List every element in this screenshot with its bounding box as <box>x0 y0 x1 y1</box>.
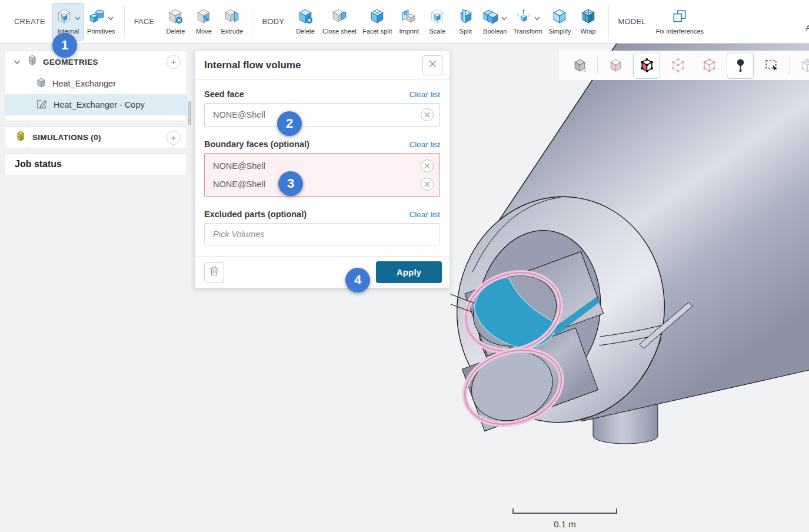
simplify-icon <box>551 8 568 27</box>
seed-face-label: Seed face <box>204 89 409 99</box>
scale-icon <box>429 8 445 27</box>
apply-button[interactable]: Apply <box>376 261 442 283</box>
face-extrude-icon <box>224 8 240 27</box>
tool-wrap[interactable]: Wrap <box>574 3 602 41</box>
toolbar-separator <box>597 56 598 74</box>
tool-face-delete[interactable]: Delete <box>161 3 189 41</box>
wrap-icon <box>580 8 597 27</box>
edit-icon <box>36 98 48 112</box>
toolbar-overflow-label: A <box>805 24 809 32</box>
select-edge-icon[interactable] <box>664 52 691 79</box>
trash-icon <box>209 266 219 278</box>
tool-split[interactable]: Split <box>451 3 480 41</box>
probe-point-icon[interactable] <box>727 52 754 79</box>
tool-imprint[interactable]: Imprint <box>395 3 423 41</box>
toolbar-separator <box>252 5 252 38</box>
delete-operation-button[interactable] <box>204 262 224 282</box>
simulations-icon <box>15 131 26 145</box>
boundary-face-row[interactable]: NONE@Shell <box>205 175 440 193</box>
remove-seed-face-button[interactable] <box>421 108 434 121</box>
tool-primitives[interactable]: Primitives <box>84 3 118 41</box>
section-label-model: MODEL <box>618 17 646 26</box>
toolbar-separator <box>608 5 609 38</box>
remove-icon <box>424 109 430 120</box>
close-dialog-button[interactable] <box>422 55 442 75</box>
select-face-icon[interactable] <box>633 52 660 79</box>
transform-icon <box>515 8 532 27</box>
fix-interferences-icon <box>671 8 688 27</box>
section-label-face: FACE <box>134 17 155 26</box>
split-icon <box>457 8 474 27</box>
tool-scale[interactable]: Scale <box>423 3 451 41</box>
primitives-icon <box>89 8 105 27</box>
seed-face-clear-link[interactable]: Clear list <box>409 90 440 99</box>
geometry-item-label: Heat_Exchanger <box>52 79 116 88</box>
excluded-parts-input[interactable] <box>204 223 440 245</box>
geometry-item-label: Heat_Exchanger - Copy <box>54 100 145 109</box>
add-simulation-button[interactable]: + <box>167 131 181 145</box>
internal-volume-icon <box>56 8 72 27</box>
step-badge-1: 1 <box>52 33 77 58</box>
sidebar-item-heat-exchanger-copy[interactable]: Heat_Exchanger - Copy <box>5 94 187 115</box>
step-badge-4: 4 <box>345 268 370 292</box>
sidebar-item-heat-exchanger[interactable]: Heat_Exchanger <box>5 73 187 94</box>
boundary-face-row[interactable]: NONE@Shell <box>205 157 440 175</box>
chevron-down-icon[interactable] <box>14 56 21 67</box>
remove-icon <box>424 179 430 189</box>
select-body-icon[interactable] <box>566 52 593 79</box>
remove-boundary-face-button[interactable] <box>421 178 434 191</box>
internal-flow-volume-dialog: Internal flow volume Seed face Clear lis… <box>194 50 450 288</box>
tool-body-delete[interactable]: Delete <box>291 3 319 41</box>
excluded-parts-clear-link[interactable]: Clear list <box>409 210 440 219</box>
select-vertex-icon[interactable] <box>695 52 723 79</box>
step-badge-2: 2 <box>277 111 302 136</box>
tool-transform[interactable]: Transform <box>510 3 545 41</box>
boundary-faces-clear-link[interactable]: Clear list <box>409 140 440 149</box>
tool-face-move[interactable]: Move <box>189 3 218 41</box>
selection-mode-toolbar <box>559 51 809 80</box>
remove-icon <box>424 161 430 171</box>
step-badge-3: 3 <box>278 171 303 196</box>
geometries-icon <box>26 55 38 69</box>
main-toolbar: CREATE Internal Primitives FACE Delete M… <box>0 0 809 44</box>
boundary-faces-list: NONE@Shell NONE@Shell <box>204 153 440 197</box>
boolean-icon <box>482 8 499 27</box>
chevron-down-icon <box>534 12 540 23</box>
facet-split-icon <box>369 8 385 27</box>
scale-bar-label: 0.1 m <box>512 519 617 529</box>
seed-face-value: NONE@Shell <box>213 110 421 119</box>
tool-simplify[interactable]: Simplify <box>545 3 574 41</box>
tool-facet-split[interactable]: Facet split <box>359 3 395 41</box>
boundary-face-value: NONE@Shell <box>213 161 421 171</box>
chevron-down-icon <box>108 12 114 23</box>
section-label-body: BODY <box>262 17 284 26</box>
chevron-down-icon <box>501 12 507 23</box>
boundary-faces-label: Boundary faces (optional) <box>204 139 409 149</box>
tool-fix-interferences[interactable]: Fix interferences <box>653 3 707 41</box>
job-status-label: Job status <box>15 159 62 169</box>
select-assembly-icon[interactable] <box>794 52 809 79</box>
body-delete-icon <box>297 8 314 27</box>
sidebar-resize-handle[interactable] <box>188 101 191 125</box>
excluded-parts-label: Excluded parts (optional) <box>204 210 409 219</box>
add-geometry-button[interactable]: + <box>167 55 181 69</box>
job-status-panel[interactable]: Job status <box>5 153 187 175</box>
simulations-panel[interactable]: SIMULATIONS (0) + <box>5 127 187 148</box>
close-icon <box>428 59 437 71</box>
scale-bar <box>512 508 617 514</box>
simulations-header-label: SIMULATIONS (0) <box>32 133 167 142</box>
box-select-icon[interactable] <box>758 52 785 79</box>
dialog-title: Internal flow volume <box>204 59 422 71</box>
tool-face-extrude[interactable]: Extrude <box>218 3 246 41</box>
seed-face-picker[interactable]: NONE@Shell <box>204 103 440 127</box>
section-label-create: CREATE <box>14 17 45 26</box>
close-sheet-icon <box>331 8 348 27</box>
select-volume-icon[interactable] <box>602 52 629 79</box>
geometries-header-label: GEOMETRIES <box>43 58 167 66</box>
tool-close-sheet[interactable]: Close sheet <box>319 3 359 41</box>
toolbar-separator <box>789 56 790 74</box>
remove-boundary-face-button[interactable] <box>421 159 434 172</box>
boundary-face-value: NONE@Shell <box>213 179 421 189</box>
face-move-icon <box>195 8 212 27</box>
tool-boolean[interactable]: Boolean <box>480 3 510 41</box>
